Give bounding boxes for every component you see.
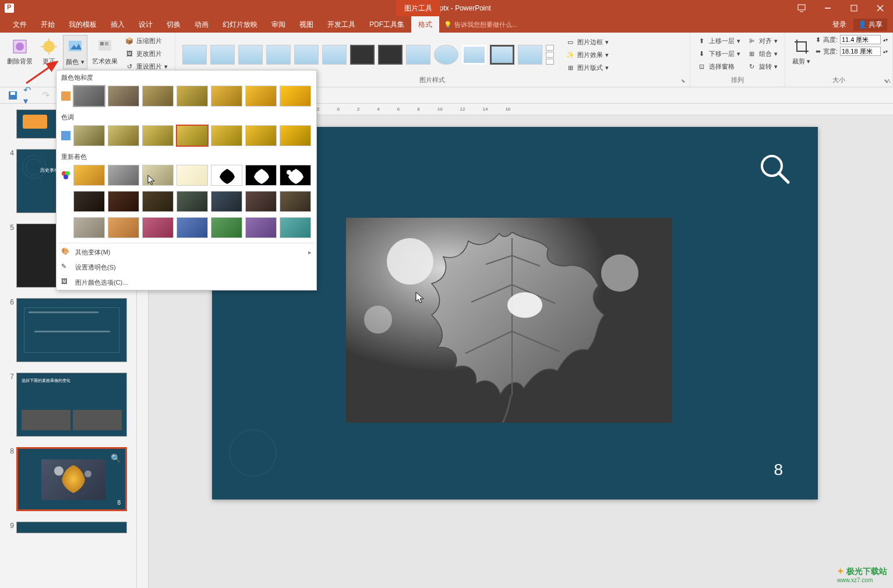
- send-backward-button[interactable]: ⬇下移一层 ▾: [695, 48, 743, 59]
- selected-picture[interactable]: [346, 218, 672, 423]
- picture-effects-button[interactable]: ✨图片效果 ▾: [563, 49, 611, 61]
- recolor-swatch-11[interactable]: [177, 191, 208, 212]
- close-button[interactable]: [867, 0, 893, 16]
- style-preset-9[interactable]: [406, 45, 430, 65]
- style-preset-12[interactable]: [490, 45, 514, 65]
- saturation-swatch-2[interactable]: [108, 86, 139, 107]
- style-preset-1[interactable]: [182, 45, 207, 65]
- selection-pane-button[interactable]: ⊡选择窗格: [695, 61, 743, 72]
- corrections-button[interactable]: 更正: [37, 35, 61, 68]
- tab-pdf[interactable]: PDF工具集: [362, 16, 411, 33]
- style-preset-8[interactable]: [378, 45, 403, 65]
- tab-insert[interactable]: 插入: [104, 16, 132, 33]
- style-preset-10[interactable]: [434, 45, 458, 65]
- tell-me-search[interactable]: 💡 告诉我您想要做什么...: [444, 20, 517, 29]
- tab-animations[interactable]: 动画: [188, 16, 216, 33]
- recolor-swatch-20[interactable]: [245, 217, 277, 238]
- style-preset-11[interactable]: [462, 45, 486, 65]
- recolor-swatch-7[interactable]: [280, 165, 311, 186]
- tab-transitions[interactable]: 切换: [160, 16, 188, 33]
- tone-swatch-6[interactable]: [245, 125, 277, 146]
- recolor-swatch-18[interactable]: [177, 217, 208, 238]
- context-tab-picture-tools[interactable]: 图片工具: [396, 0, 440, 16]
- spinner-icon[interactable]: ▴▾: [883, 49, 888, 54]
- more-variations-item[interactable]: 🎨 其他变体(M) ▸: [57, 245, 316, 260]
- recolor-swatch-15[interactable]: [73, 217, 105, 238]
- slide-thumb-8[interactable]: 8 🔍 8: [0, 445, 136, 519]
- recolor-swatch-9[interactable]: [108, 191, 139, 212]
- picture-styles-gallery[interactable]: [180, 42, 556, 67]
- width-input[interactable]: [840, 47, 881, 56]
- slide-thumb-9[interactable]: 9: [0, 519, 136, 541]
- tab-review[interactable]: 审阅: [264, 16, 292, 33]
- slide-thumb-7[interactable]: 7 选择下面的某效果做的变化: [0, 370, 136, 445]
- tab-design[interactable]: 设计: [132, 16, 160, 33]
- slide-thumb-6[interactable]: 6: [0, 296, 136, 370]
- tone-swatch-1[interactable]: [73, 125, 105, 146]
- tone-swatch-4[interactable]: [177, 125, 208, 146]
- bring-forward-button[interactable]: ⬆上移一层 ▾: [695, 35, 743, 47]
- compress-picture-button[interactable]: 📦压缩图片: [122, 35, 170, 47]
- recolor-swatch-13[interactable]: [245, 191, 277, 212]
- set-transparent-item[interactable]: ✎ 设置透明色(S): [57, 260, 316, 275]
- recolor-swatch-10[interactable]: [142, 191, 174, 212]
- tab-file[interactable]: 文件: [6, 16, 34, 33]
- redo-button[interactable]: ↷: [40, 90, 51, 101]
- tone-swatch-5[interactable]: [211, 125, 242, 146]
- height-input[interactable]: [840, 35, 881, 44]
- style-preset-7[interactable]: [350, 45, 375, 65]
- gallery-more-button[interactable]: [546, 45, 554, 65]
- align-button[interactable]: ⊫对齐 ▾: [745, 35, 780, 47]
- minimize-button[interactable]: [814, 0, 841, 16]
- recolor-swatch-5[interactable]: [211, 165, 242, 186]
- login-button[interactable]: 登录: [828, 20, 851, 30]
- recolor-swatch-21[interactable]: [280, 217, 311, 238]
- picture-layout-button[interactable]: ⊞图片版式 ▾: [563, 62, 611, 73]
- tab-view[interactable]: 视图: [292, 16, 320, 33]
- color-button[interactable]: 颜色 ▾: [63, 35, 87, 69]
- rotate-button[interactable]: ↻旋转 ▾: [745, 61, 780, 72]
- recolor-swatch-12[interactable]: [211, 191, 242, 212]
- group-button[interactable]: ⊞组合 ▾: [745, 48, 780, 59]
- saturation-swatch-1[interactable]: [73, 86, 105, 107]
- recolor-swatch-16[interactable]: [108, 217, 139, 238]
- recolor-swatch-14[interactable]: [280, 191, 311, 212]
- artistic-effects-button[interactable]: 艺术效果: [90, 35, 120, 68]
- tone-swatch-3[interactable]: [142, 125, 174, 146]
- saturation-swatch-6[interactable]: [245, 86, 277, 107]
- recolor-swatch-17[interactable]: [142, 217, 174, 238]
- maximize-button[interactable]: [841, 0, 867, 16]
- style-preset-6[interactable]: [322, 45, 347, 65]
- style-preset-5[interactable]: [294, 45, 319, 65]
- tab-home[interactable]: 开始: [34, 16, 62, 33]
- style-preset-13[interactable]: [518, 45, 542, 65]
- save-button[interactable]: [7, 90, 19, 101]
- tone-swatch-7[interactable]: [280, 125, 311, 146]
- saturation-swatch-3[interactable]: [142, 86, 174, 107]
- styles-dialog-launcher[interactable]: ⬊: [681, 78, 688, 85]
- tab-developer[interactable]: 开发工具: [320, 16, 362, 33]
- spinner-icon[interactable]: ▴▾: [883, 37, 888, 42]
- recolor-swatch-8[interactable]: [73, 191, 105, 212]
- tab-slideshow[interactable]: 幻灯片放映: [216, 16, 264, 33]
- collapse-ribbon-button[interactable]: ᐱ: [887, 78, 891, 84]
- undo-button[interactable]: ↶ ▾: [23, 90, 35, 101]
- color-options-item[interactable]: 🖼 图片颜色选项(C)...: [57, 275, 316, 290]
- change-picture-button[interactable]: 🖼更改图片: [122, 48, 170, 59]
- saturation-swatch-7[interactable]: [280, 86, 311, 107]
- ribbon-options-icon[interactable]: [788, 0, 814, 16]
- recolor-swatch-6[interactable]: [245, 165, 277, 186]
- saturation-swatch-4[interactable]: [177, 86, 208, 107]
- tone-swatch-2[interactable]: [108, 125, 139, 146]
- remove-background-button[interactable]: 删除背景: [5, 35, 35, 68]
- saturation-swatch-5[interactable]: [211, 86, 242, 107]
- recolor-swatch-4[interactable]: [177, 165, 208, 186]
- recolor-swatch-1[interactable]: [73, 165, 105, 186]
- style-preset-3[interactable]: [238, 45, 263, 65]
- share-button[interactable]: 👤 共享: [853, 19, 887, 31]
- picture-border-button[interactable]: ▭图片边框 ▾: [563, 36, 611, 48]
- recolor-swatch-2[interactable]: [108, 165, 139, 186]
- style-preset-4[interactable]: [266, 45, 291, 65]
- crop-button[interactable]: 裁剪 ▾: [790, 35, 813, 68]
- recolor-swatch-19[interactable]: [211, 217, 242, 238]
